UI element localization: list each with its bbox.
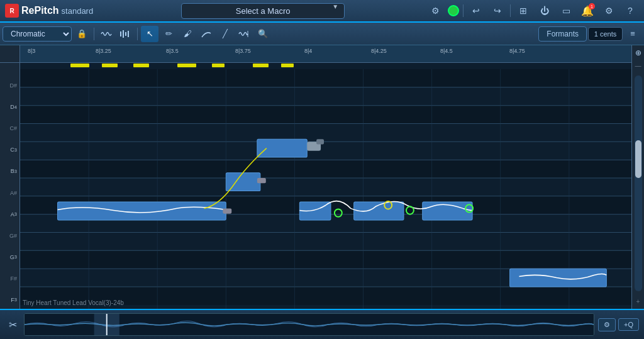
notification-badge: 1 xyxy=(589,3,595,9)
grid-button[interactable]: ⊞ xyxy=(514,3,532,18)
canvas-area: 8|3 8|3.25 8|3.5 8|3.75 8|4 8|4.25 8|4.5… xyxy=(20,45,631,309)
timeline: 8|3 8|3.25 8|3.5 8|3.75 8|4 8|4.25 8|4.5… xyxy=(20,45,631,63)
svg-rect-10 xyxy=(20,250,631,269)
toolbar: ChromaticMajorMinorCustom 🔒 ↖ ✏ 🖌 ╱ 🔍 Fo… xyxy=(0,23,644,45)
bottom-right-buttons: ⚙ +Q xyxy=(598,318,639,331)
right-tool-3[interactable]: + xyxy=(633,296,643,306)
pitch-label-g3: G3 xyxy=(0,248,19,266)
bottom-bar: ✂ ⚙ +Q xyxy=(0,309,644,339)
divider xyxy=(510,4,511,17)
time-marker-6: 8|4.25 xyxy=(371,48,387,54)
redo-button[interactable]: ↪ xyxy=(489,3,506,18)
cut-tool-button[interactable]: ✂ xyxy=(5,317,20,332)
waveform-display[interactable] xyxy=(24,313,594,336)
logo-text: RePitch xyxy=(21,5,59,16)
pitch-label-fsharp: F# xyxy=(0,270,19,287)
yellow-marker-6 xyxy=(253,64,269,67)
select-tool[interactable]: ↖ xyxy=(141,26,158,42)
svg-rect-49 xyxy=(94,314,119,335)
audio-settings-button[interactable]: ⚙ xyxy=(598,318,616,331)
yellow-marker-3 xyxy=(133,64,149,67)
filter-button[interactable]: ⚙ xyxy=(426,3,444,18)
svg-rect-33 xyxy=(223,208,231,213)
pitch-label-d4: D4 xyxy=(0,98,19,116)
svg-rect-3 xyxy=(128,31,129,37)
scroll-thumb[interactable] xyxy=(635,140,641,178)
pitch-label-f3: F3 xyxy=(0,291,19,309)
time-marker-2: 8|3.25 xyxy=(96,48,111,54)
pitch-label-b3: B3 xyxy=(0,162,19,180)
status-bar: Tiny Heart Tuned Lead Vocal(3)-24b xyxy=(23,299,124,306)
yellow-marker-7 xyxy=(281,64,294,67)
logo-icon: R xyxy=(5,4,19,18)
logo-subtext: standard xyxy=(62,6,94,16)
settings-button[interactable]: ⚙ xyxy=(600,3,618,18)
time-marker-8: 8|4.75 xyxy=(509,48,525,54)
formants-button[interactable]: Formants xyxy=(538,26,587,42)
notifications-button[interactable]: 🔔 1 xyxy=(579,3,596,18)
svg-rect-8 xyxy=(20,160,631,178)
help-button[interactable]: ? xyxy=(621,3,639,18)
undo-button[interactable]: ↩ xyxy=(467,3,485,18)
zoom-in-button[interactable]: +Q xyxy=(618,318,639,331)
scale-select[interactable]: ChromaticMajorMinorCustom xyxy=(3,26,72,42)
macro-select-container: Select a Macro ▼ xyxy=(98,3,421,19)
main-area: D# D4 C# C3 B3 A# A3 G# G3 F# F3 8|3 8|3… xyxy=(0,45,644,309)
pencil-tool[interactable]: ✏ xyxy=(160,26,177,42)
time-marker-5: 8|4 xyxy=(304,48,312,54)
time-marker-7: 8|4.5 xyxy=(440,48,453,54)
yellow-markers xyxy=(20,63,631,69)
snap-tool[interactable]: 🔒 xyxy=(73,26,91,42)
status-indicator xyxy=(448,5,459,16)
pitch-labels: D# D4 C# C3 B3 A# A3 G# G3 F# F3 xyxy=(0,45,20,309)
time-marker-1: 8|3 xyxy=(28,48,35,54)
pitch-label-a3: A3 xyxy=(0,206,19,223)
curve-tool[interactable] xyxy=(197,26,215,42)
vertical-scrollbar[interactable] xyxy=(635,75,642,291)
yellow-marker-2 xyxy=(102,64,118,67)
svg-rect-36 xyxy=(257,139,307,157)
svg-rect-35 xyxy=(257,178,266,183)
pitch-label-dsharp: D# xyxy=(0,77,19,94)
pitch-grid xyxy=(20,69,631,309)
yellow-marker-4 xyxy=(177,64,196,67)
top-right-controls: ⚙ ↩ ↪ ⊞ ⏻ ▭ 🔔 1 ⚙ ? xyxy=(426,3,639,18)
power-button[interactable]: ⏻ xyxy=(536,3,553,18)
divider xyxy=(463,4,464,17)
svg-rect-7 xyxy=(20,106,631,124)
svg-rect-32 xyxy=(58,202,226,220)
time-marker-3: 8|3.5 xyxy=(166,48,179,54)
pitch-label-asharp: A# xyxy=(0,184,19,202)
cents-display: 1 cents xyxy=(588,27,623,41)
bars-tool[interactable] xyxy=(116,26,134,42)
toolbar-separator2 xyxy=(137,28,138,40)
pitch-label-gsharp: G# xyxy=(0,227,19,245)
svg-rect-2 xyxy=(125,32,126,36)
waveform-svg xyxy=(25,314,594,335)
monitor-button[interactable]: ▭ xyxy=(557,3,575,18)
right-controls: ⊕ — + xyxy=(631,45,644,309)
yellow-marker-1 xyxy=(70,64,89,67)
output-settings-button[interactable]: ≡ xyxy=(624,26,641,42)
top-bar: R RePitch standard Select a Macro ▼ ⚙ ↩ … xyxy=(0,0,644,23)
paint-tool[interactable]: 🖌 xyxy=(179,26,196,42)
macro-select[interactable]: Select a Macro xyxy=(181,3,345,19)
svg-rect-1 xyxy=(123,30,124,38)
right-tool-2[interactable]: — xyxy=(633,60,643,70)
yellow-marker-5 xyxy=(212,64,225,67)
svg-rect-0 xyxy=(120,31,121,36)
pitch-label-csharp: C# xyxy=(0,119,19,137)
svg-rect-6 xyxy=(20,69,631,87)
vibrato-tool[interactable] xyxy=(235,26,253,42)
time-marker-4: 8|3.75 xyxy=(235,48,251,54)
toolbar-separator xyxy=(94,28,94,40)
right-tool-1[interactable]: ⊕ xyxy=(633,48,643,58)
svg-rect-38 xyxy=(316,139,324,144)
pitch-label-c3: C3 xyxy=(0,141,19,158)
wave-tool[interactable] xyxy=(97,26,115,42)
zoom-tool[interactable]: 🔍 xyxy=(254,26,272,42)
app-logo: R RePitch standard xyxy=(5,4,93,18)
line-tool[interactable]: ╱ xyxy=(216,26,234,42)
